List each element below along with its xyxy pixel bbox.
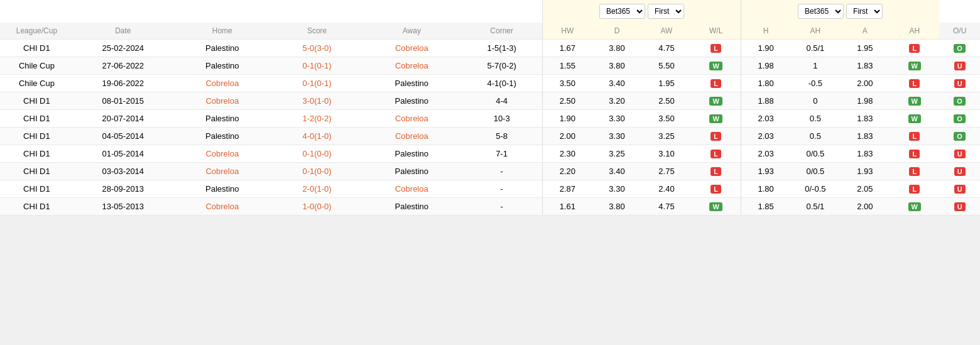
table-cell: 1.98 [840, 92, 890, 110]
table-cell: 1.83 [840, 57, 890, 75]
ou-badge: U [954, 202, 966, 211]
home-team-link[interactable]: Cobreloa [205, 167, 239, 176]
table-cell: 3.80 [592, 198, 642, 216]
table-cell: - [461, 198, 542, 216]
table-cell: - [461, 180, 542, 198]
table-cell: - [461, 163, 542, 180]
ah2-badge: W [908, 62, 921, 70]
table-cell: CHI D1 [0, 180, 74, 198]
table-cell: 1.67 [543, 40, 592, 57]
ah2-badge: L [909, 132, 920, 141]
table-cell: Palestino [362, 92, 461, 110]
table-cell: 0-1(0-0) [272, 163, 362, 180]
table-cell: 2.05 [840, 180, 890, 198]
matches-table: Bet365 First Bet365 First [0, 0, 980, 216]
table-cell: 3.50 [641, 110, 691, 128]
home-team-link[interactable]: Cobreloa [205, 96, 239, 106]
col-header-league: League/Cup [0, 23, 74, 40]
table-cell: L [691, 163, 741, 180]
score-value: 2-0(1-0) [302, 184, 331, 194]
table-cell: 1.93 [840, 163, 890, 180]
away-team: Palestino [395, 96, 428, 106]
ou-badge: U [954, 62, 966, 70]
table-cell: 4-1(0-1) [461, 75, 542, 92]
col-header-ah: AH [790, 23, 840, 40]
table-cell: 5.50 [641, 57, 691, 75]
table-cell: Palestino [362, 75, 461, 92]
bet365-select-2[interactable]: Bet365 [798, 4, 844, 19]
ah2-badge: W [908, 97, 921, 106]
table-cell: 1.55 [543, 57, 592, 75]
table-cell: 08-01-2015 [74, 92, 173, 110]
table-cell: 03-03-2014 [74, 163, 173, 180]
table-cell: Cobreloa [362, 40, 461, 57]
table-cell: 1 [790, 57, 840, 75]
ou-badge: U [954, 185, 966, 194]
away-team-link[interactable]: Cobreloa [395, 61, 428, 70]
table-cell: 0/0.5 [790, 145, 840, 163]
table-cell: 3.80 [592, 40, 642, 57]
table-cell: CHI D1 [0, 40, 74, 57]
col-header-date: Date [74, 23, 173, 40]
table-cell: 0-1(0-1) [272, 57, 362, 75]
table-cell: 3.50 [543, 75, 592, 92]
table-cell: 1.88 [741, 92, 790, 110]
table-cell: 0.5 [790, 128, 840, 145]
table-cell: L [890, 145, 939, 163]
home-team-link[interactable]: Cobreloa [205, 79, 239, 88]
ou-badge: O [954, 132, 966, 141]
first-select-2[interactable]: First [846, 4, 883, 19]
table-cell: 0-1(0-1) [272, 75, 362, 92]
table-cell: 01-05-2014 [74, 145, 173, 163]
table-cell: 1.95 [641, 75, 691, 92]
col-header-h: H [741, 23, 790, 40]
score-value: 0-1(0-1) [302, 79, 331, 88]
away-team: Palestino [395, 79, 428, 88]
table-cell: 3.40 [592, 163, 642, 180]
away-team: Palestino [395, 167, 428, 176]
table-row: CHI D128-09-2013Palestino2-0(1-0)Cobrelo… [0, 180, 980, 198]
table-row: CHI D103-03-2014Cobreloa0-1(0-0)Palestin… [0, 163, 980, 180]
home-team-link[interactable]: Cobreloa [205, 149, 239, 158]
bet365-select-1[interactable]: Bet365 [599, 4, 645, 19]
table-cell: 2.00 [840, 75, 890, 92]
table-cell: W [691, 198, 741, 216]
ah2-badge: L [909, 185, 920, 194]
table-cell: 4-4 [461, 92, 542, 110]
away-team-link[interactable]: Cobreloa [395, 43, 428, 53]
table-cell: Cobreloa [173, 198, 272, 216]
score-value: 0-1(0-0) [302, 167, 331, 176]
away-team-link[interactable]: Cobreloa [395, 131, 428, 141]
table-cell: 0/0.5 [790, 163, 840, 180]
table-cell: 3-0(1-0) [272, 92, 362, 110]
away-team: Palestino [395, 202, 428, 211]
table-cell: CHI D1 [0, 128, 74, 145]
table-cell: O [939, 110, 980, 128]
home-team: Palestino [205, 184, 239, 194]
away-team-link[interactable]: Cobreloa [395, 114, 428, 123]
away-team-link[interactable]: Cobreloa [395, 184, 428, 194]
col-header-wl: W/L [691, 23, 741, 40]
ou-badge: O [954, 44, 966, 53]
table-cell: 0-1(0-0) [272, 145, 362, 163]
table-cell: 5-8 [461, 128, 542, 145]
table-row: Chile Cup19-06-2022Cobreloa0-1(0-1)Pales… [0, 75, 980, 92]
table-cell: U [939, 145, 980, 163]
score-value: 5-0(3-0) [302, 43, 331, 53]
wl-badge: W [709, 114, 722, 123]
score-value: 4-0(1-0) [302, 131, 331, 141]
ah2-badge: L [909, 167, 920, 176]
table-cell: 1.90 [543, 110, 592, 128]
table-cell: U [939, 198, 980, 216]
first-select-1[interactable]: First [648, 4, 684, 19]
away-team: Palestino [395, 149, 428, 158]
table-cell: W [691, 110, 741, 128]
header-main-cols [0, 0, 543, 23]
table-cell: 0 [790, 92, 840, 110]
col-header-hw: HW [543, 23, 592, 40]
wl-badge: W [709, 202, 722, 211]
home-team-link[interactable]: Cobreloa [205, 202, 239, 211]
table-cell: Palestino [362, 163, 461, 180]
table-cell: Cobreloa [173, 75, 272, 92]
col-header-away: Away [362, 23, 461, 40]
